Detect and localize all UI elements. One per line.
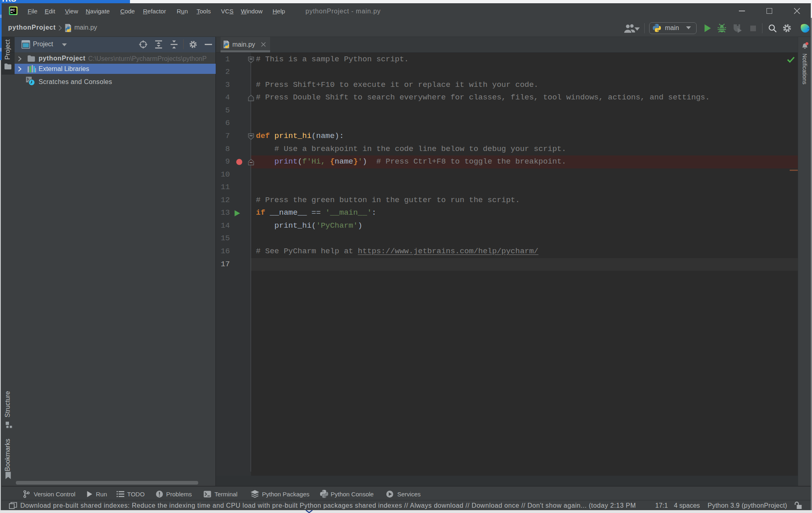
svg-text:PC: PC	[11, 8, 15, 12]
